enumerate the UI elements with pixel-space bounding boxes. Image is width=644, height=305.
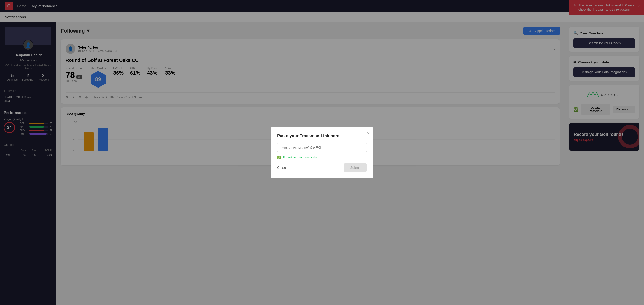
success-message: ✅ Report sent for processing	[277, 156, 367, 159]
modal-footer: Close Submit	[277, 164, 367, 172]
trackman-link-input[interactable]	[277, 142, 367, 152]
modal-close-button[interactable]: Close	[277, 166, 286, 170]
modal-close-x-button[interactable]: ×	[367, 130, 370, 136]
modal-submit-button[interactable]: Submit	[344, 164, 367, 172]
trackman-modal: Paste your Trackman Link here. × ✅ Repor…	[270, 127, 374, 178]
success-check-icon: ✅	[277, 156, 281, 159]
modal-overlay[interactable]: Paste your Trackman Link here. × ✅ Repor…	[0, 0, 644, 305]
modal-title: Paste your Trackman Link here.	[277, 134, 367, 138]
